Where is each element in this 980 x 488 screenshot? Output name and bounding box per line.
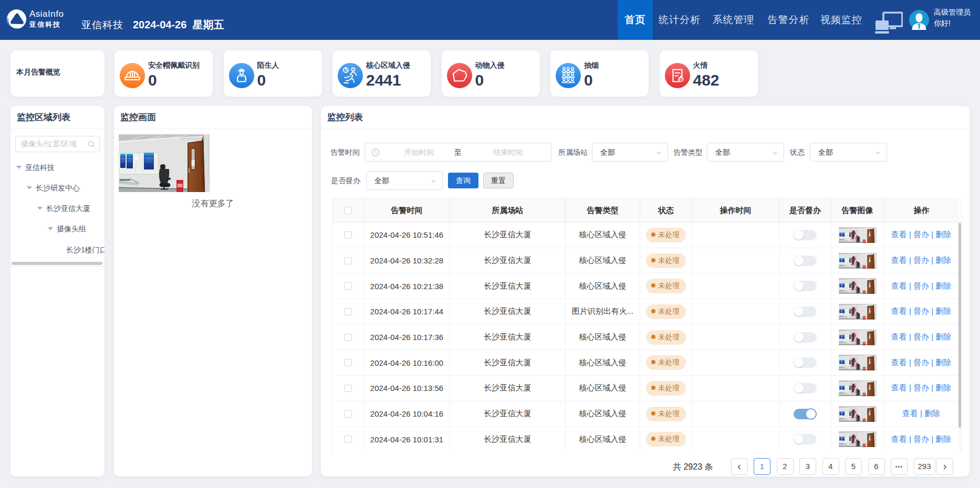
svg-text:IPC-T2 Camera: IPC-T2 Camera bbox=[121, 183, 143, 186]
svg-text:2024-04-26 15:28:04: 2024-04-26 15:28:04 bbox=[180, 137, 205, 140]
